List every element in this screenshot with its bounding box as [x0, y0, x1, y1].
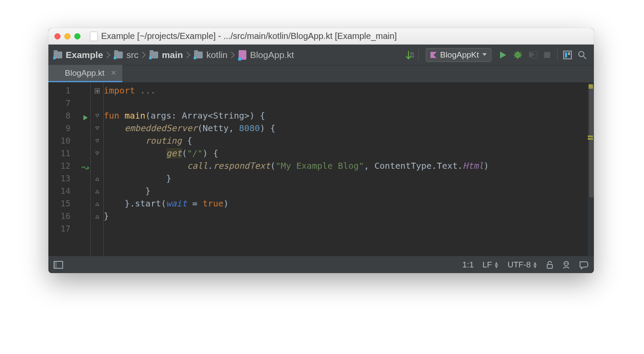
build-button[interactable]: 0110 — [401, 48, 416, 62]
file-encoding[interactable]: UTF-8▲▼ — [507, 260, 538, 270]
line-number: 16 — [61, 211, 70, 221]
chevron-down-icon — [482, 53, 487, 57]
run-config-selector[interactable]: BlogAppKt — [426, 48, 491, 62]
zoom-window-button[interactable] — [74, 33, 80, 39]
fold-close-icon[interactable] — [95, 177, 99, 181]
breadcrumb-file[interactable]: BlogApp.kt — [236, 50, 296, 60]
code-line — [104, 222, 594, 235]
code-line: fun main(args: Array<String>) { — [104, 109, 594, 122]
breadcrumb-src[interactable]: src — [112, 50, 141, 60]
svg-point-8 — [579, 51, 584, 57]
code-line: embeddedServer(Netty, 8080) { — [104, 122, 594, 135]
fold-expand-icon[interactable] — [95, 88, 100, 93]
chevron-right-icon — [185, 51, 191, 58]
fold-collapse-icon[interactable] — [95, 126, 99, 131]
code-line: routing { — [104, 135, 594, 147]
fold-close-icon[interactable] — [95, 189, 99, 193]
line-number: 9 — [66, 123, 70, 133]
line-number: 11 — [61, 148, 70, 158]
folder-icon — [114, 51, 123, 58]
breadcrumb-kotlin[interactable]: kotlin — [191, 50, 230, 60]
toolbar-separator — [557, 49, 558, 61]
fold-collapse-icon[interactable] — [95, 114, 99, 118]
line-number: 12 — [61, 161, 70, 171]
fold-collapse-icon[interactable] — [95, 151, 99, 156]
search-button[interactable] — [575, 48, 590, 62]
fold-close-icon[interactable] — [95, 202, 99, 206]
breadcrumb-main[interactable]: main — [147, 50, 185, 60]
tab-blogapp[interactable]: BlogApp.kt ✕ — [48, 65, 122, 82]
stop-button[interactable] — [540, 48, 555, 62]
coverage-button[interactable] — [525, 48, 540, 62]
scrollbar-thumb[interactable] — [589, 85, 594, 198]
code-line: get("/") { — [104, 147, 594, 160]
editor-tabrow: BlogApp.kt ✕ — [48, 65, 594, 83]
breadcrumb-label: BlogApp.kt — [250, 50, 294, 60]
project-structure-button[interactable] — [560, 48, 575, 62]
breadcrumb-label: kotlin — [206, 50, 227, 60]
chevron-right-icon — [230, 51, 236, 58]
svg-rect-4 — [544, 52, 550, 58]
folder-icon — [54, 51, 62, 58]
fold-gutter — [91, 83, 104, 256]
readonly-toggle[interactable] — [546, 261, 553, 269]
line-number: 8 — [66, 111, 70, 120]
tool-windows-button[interactable] — [54, 261, 63, 269]
code-line: } — [104, 172, 594, 185]
line-number: 15 — [61, 199, 70, 208]
event-log-icon[interactable] — [579, 261, 589, 269]
svg-rect-5 — [564, 51, 571, 59]
ide-window: Example [~/projects/Example] - .../src/m… — [48, 28, 594, 273]
line-number: 7 — [66, 98, 70, 108]
chevron-right-icon — [141, 51, 147, 58]
line-number: 14 — [61, 186, 70, 196]
editor[interactable]: 1 7 8 9 10 11 12 13 14 15 16 17 — [48, 83, 594, 256]
run-config-label: BlogAppKt — [440, 50, 479, 60]
close-tab-button[interactable]: ✕ — [111, 69, 116, 77]
code-area[interactable]: import ... fun main(args: Array<String>)… — [104, 83, 594, 256]
code-line: } — [104, 210, 594, 222]
folder-icon — [150, 51, 158, 58]
breadcrumb-example[interactable]: Example — [51, 50, 105, 60]
kotlin-file-icon — [54, 69, 61, 77]
breadcrumb-label: src — [126, 50, 138, 60]
breadcrumb-label: Example — [66, 50, 103, 60]
svg-rect-7 — [568, 52, 570, 55]
code-line: }.start(wait = true) — [104, 197, 594, 210]
breadcrumbs: Example src main kotlin BlogApp.kt — [51, 50, 296, 60]
svg-rect-10 — [54, 261, 57, 268]
line-number: 17 — [61, 224, 70, 233]
debug-button[interactable] — [510, 48, 525, 62]
breadcrumb-label: main — [162, 50, 183, 60]
file-icon — [90, 32, 98, 41]
minimize-window-button[interactable] — [64, 33, 70, 39]
run-button[interactable] — [496, 48, 510, 62]
close-window-button[interactable] — [54, 33, 61, 39]
caret-position[interactable]: 1:1 — [462, 260, 474, 270]
kotlin-file-icon — [239, 50, 246, 60]
fold-close-icon[interactable] — [95, 214, 99, 219]
code-line: import ... — [104, 84, 594, 97]
code-line: call.respondText("My Example Blog", Cont… — [104, 160, 594, 172]
inspector-icon[interactable] — [562, 261, 571, 269]
window-title: Example [~/projects/Example] - .../src/m… — [101, 31, 397, 41]
traffic-lights — [48, 33, 86, 39]
line-gutter: 1 7 8 9 10 11 12 13 14 15 16 17 — [48, 83, 91, 256]
line-number: 10 — [61, 136, 70, 145]
svg-rect-13 — [564, 263, 569, 264]
line-separator[interactable]: LF▲▼ — [482, 260, 499, 270]
toolbar: Example src main kotlin BlogApp.kt — [48, 45, 594, 65]
toolbar-separator — [418, 49, 419, 61]
line-number: 13 — [61, 174, 70, 183]
kotlin-icon — [430, 52, 437, 58]
titlebar: Example [~/projects/Example] - .../src/m… — [48, 28, 594, 45]
code-line — [104, 97, 594, 109]
tab-label: BlogApp.kt — [65, 68, 105, 78]
svg-rect-11 — [547, 264, 552, 268]
code-line: } — [104, 185, 594, 197]
line-number: 1 — [66, 86, 70, 95]
fold-collapse-icon[interactable] — [95, 139, 99, 143]
statusbar: 1:1 LF▲▼ UTF-8▲▼ — [48, 256, 594, 273]
svg-text:10: 10 — [410, 55, 414, 58]
folder-icon — [194, 51, 203, 58]
